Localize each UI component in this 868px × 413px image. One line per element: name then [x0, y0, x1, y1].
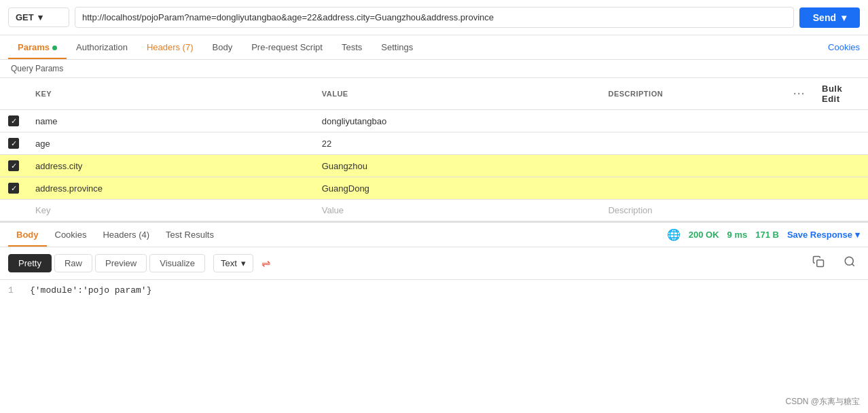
tab-settings[interactable]: Settings: [372, 35, 422, 59]
status-size: 171 B: [755, 230, 779, 240]
tab-cookies-label: Cookies: [828, 42, 860, 52]
svg-line-2: [852, 264, 854, 266]
table-row: ✓ address.city Guangzhou: [0, 155, 868, 177]
save-response-label: Save Response: [787, 230, 852, 240]
row-key-cell[interactable]: name: [27, 110, 314, 132]
status-code: 200 OK: [689, 230, 719, 240]
row-key-cell[interactable]: address.province: [27, 177, 314, 200]
tab-headers-label: Headers (7): [147, 42, 194, 52]
row-checkbox[interactable]: ✓: [8, 160, 19, 171]
status-time: 9 ms: [727, 230, 748, 240]
row-value-cell[interactable]: 22: [314, 132, 600, 155]
placeholder-desc[interactable]: Description: [600, 200, 785, 221]
tab-authorization-label: Authorization: [76, 42, 128, 52]
row-desc-cell[interactable]: [600, 110, 785, 132]
format-type-chevron: ▾: [241, 258, 246, 268]
row-checkbox[interactable]: ✓: [8, 183, 19, 194]
response-tab-cookies-label: Cookies: [55, 230, 87, 240]
response-tab-test-results[interactable]: Test Results: [158, 223, 222, 247]
globe-icon: 🌐: [667, 228, 681, 241]
table-row-placeholder: Key Value Description: [0, 200, 868, 221]
row-key-cell[interactable]: age: [27, 132, 314, 155]
table-row: ✓ age 22: [0, 132, 868, 155]
placeholder-key[interactable]: Key: [27, 200, 314, 221]
save-response-chevron: ▾: [855, 230, 860, 240]
tab-prerequest-label: Pre-request Script: [251, 42, 323, 52]
table-row: ✓ name dongliyutangbao: [0, 110, 868, 132]
svg-rect-0: [817, 260, 824, 267]
row-value-cell[interactable]: Guangzhou: [314, 155, 600, 177]
row-check-cell: ✓: [0, 132, 27, 155]
method-chevron: ▾: [38, 12, 43, 22]
row-checkbox[interactable]: ✓: [8, 115, 19, 126]
col-header-bulk: Bulk Edit: [814, 78, 868, 110]
row-check-cell: ✓: [0, 155, 27, 177]
tab-prerequest[interactable]: Pre-request Script: [242, 35, 332, 59]
tab-settings-label: Settings: [381, 42, 413, 52]
send-label: Send: [813, 12, 836, 23]
params-dot: [52, 46, 57, 50]
response-tabs-bar: Body Cookies Headers (4) Test Results 🌐 …: [0, 223, 868, 247]
row-key-cell[interactable]: address.city: [27, 155, 314, 177]
row-value-cell[interactable]: dongliyutangbao: [314, 110, 600, 132]
method-selector[interactable]: GET ▾: [8, 7, 69, 27]
row-desc-cell[interactable]: [600, 132, 785, 155]
tabs-bar: Params Authorization Headers (7) Body Pr…: [0, 35, 868, 60]
code-area: 1 {'module':'pojo param'}: [0, 280, 868, 301]
format-pretty-button[interactable]: Pretty: [8, 254, 52, 272]
row-check-cell: ✓: [0, 110, 27, 132]
response-tab-body[interactable]: Body: [8, 223, 47, 247]
row-value-cell[interactable]: GuangDong: [314, 177, 600, 200]
format-type-selector[interactable]: Text ▾: [213, 254, 253, 272]
col-header-value: VALUE: [314, 78, 600, 110]
format-bar: Pretty Raw Preview Visualize Text ▾ ⇌: [0, 247, 868, 280]
col-header-desc: DESCRIPTION: [600, 78, 785, 110]
tab-params-label: Params: [18, 42, 50, 52]
col-header-check: [0, 78, 27, 110]
row-checkbox[interactable]: ✓: [8, 138, 19, 149]
method-label: GET: [16, 12, 34, 22]
params-table: KEY VALUE DESCRIPTION ··· Bulk Edit ✓ na…: [0, 78, 868, 221]
col-header-dots: ···: [785, 78, 814, 110]
row-desc-cell[interactable]: [600, 155, 785, 177]
response-tab-cookies[interactable]: Cookies: [47, 223, 95, 247]
response-tab-body-label: Body: [16, 230, 39, 240]
format-type-label: Text: [221, 258, 237, 268]
bulk-edit-button[interactable]: Bulk Edit: [822, 84, 842, 104]
url-input[interactable]: [75, 7, 794, 28]
placeholder-value[interactable]: Value: [314, 200, 600, 221]
top-bar: GET ▾ Send ▾: [0, 0, 868, 35]
tab-tests-label: Tests: [342, 42, 362, 52]
response-section: Body Cookies Headers (4) Test Results 🌐 …: [0, 221, 868, 301]
search-icon[interactable]: [839, 253, 860, 274]
tab-tests[interactable]: Tests: [332, 35, 372, 59]
row-desc-cell[interactable]: [600, 177, 785, 200]
send-button[interactable]: Send ▾: [799, 7, 860, 28]
svg-point-1: [845, 257, 853, 265]
copy-icon[interactable]: [808, 253, 829, 274]
wrap-icon[interactable]: ⇌: [261, 257, 270, 270]
format-preview-button[interactable]: Preview: [95, 254, 147, 272]
response-tab-headers[interactable]: Headers (4): [94, 223, 158, 247]
code-line: {'module':'pojo param'}: [30, 285, 151, 295]
tab-body[interactable]: Body: [203, 35, 242, 59]
tab-authorization[interactable]: Authorization: [67, 35, 137, 59]
response-tab-headers-label: Headers (4): [103, 230, 149, 240]
tab-cookies[interactable]: Cookies: [828, 42, 860, 52]
format-raw-button[interactable]: Raw: [54, 254, 92, 272]
row-check-cell: ✓: [0, 177, 27, 200]
response-status: 🌐 200 OK 9 ms 171 B Save Response ▾: [667, 228, 860, 241]
dots-icon[interactable]: ···: [793, 88, 806, 99]
send-chevron: ▾: [842, 12, 846, 23]
tab-params[interactable]: Params: [8, 35, 67, 59]
col-header-key: KEY: [27, 78, 314, 110]
query-params-label: Query Params: [0, 60, 868, 78]
format-visualize-button[interactable]: Visualize: [149, 254, 205, 272]
tab-body-label: Body: [213, 42, 233, 52]
table-row: ✓ address.province GuangDong: [0, 177, 868, 200]
response-tab-test-results-label: Test Results: [166, 230, 214, 240]
save-response-button[interactable]: Save Response ▾: [787, 230, 860, 240]
line-number: 1: [8, 285, 19, 295]
tab-headers[interactable]: Headers (7): [137, 35, 203, 59]
